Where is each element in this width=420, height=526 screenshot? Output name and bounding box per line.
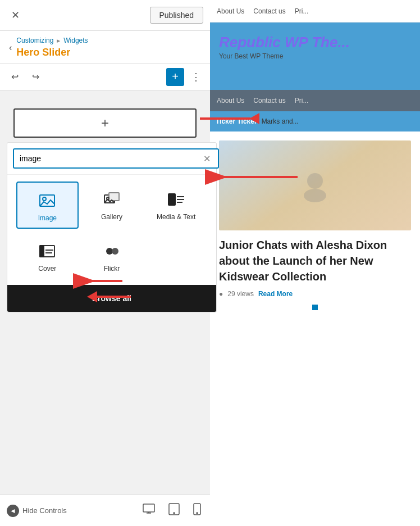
- close-button[interactable]: ✕: [7, 7, 24, 24]
- nav2-link-about: About Us: [217, 97, 244, 105]
- top-bar: ✕ Published: [0, 0, 210, 31]
- breadcrumb-arrow: ►: [56, 38, 61, 44]
- add-block-plus-icon: +: [101, 115, 109, 131]
- svg-point-21: [197, 513, 198, 514]
- ticker-bar: Ticker Ticker Marks and...: [210, 111, 420, 132]
- nav-link-more: Pri...: [295, 7, 309, 15]
- add-block-area[interactable]: +: [13, 108, 197, 138]
- cover-block-label: Cover: [38, 265, 56, 273]
- add-block-toolbar-button[interactable]: +: [166, 68, 184, 86]
- hero-subtitle: Your Best WP Theme: [219, 52, 411, 60]
- hide-controls-label: Hide Controls: [22, 506, 67, 515]
- device-tablet-button[interactable]: [166, 501, 182, 520]
- redo-button[interactable]: ↪: [28, 69, 44, 84]
- breadcrumb-widgets[interactable]: Widgets: [63, 37, 88, 44]
- article-image: [219, 140, 411, 230]
- toolbar: ↩ ↪ + ⋮: [0, 64, 210, 90]
- flickr-block-label: Flickr: [104, 265, 120, 273]
- preview-hero: Republic WP The... Your Best WP Theme: [210, 22, 420, 90]
- breadcrumb: Customizing ► Widgets: [16, 37, 88, 44]
- gallery-block-icon: [102, 189, 122, 210]
- back-button[interactable]: ‹: [9, 43, 12, 53]
- right-preview-panel: About Us Contact us Pri... Republic WP T…: [210, 0, 420, 526]
- svg-rect-15: [143, 504, 154, 512]
- svg-rect-3: [109, 193, 119, 201]
- device-mobile-button[interactable]: [191, 501, 203, 520]
- article-title: Junior Chats with Alesha Dixon about the…: [219, 237, 411, 284]
- svg-point-19: [174, 513, 175, 514]
- preview-nav-dark: About Us Contact us Pri...: [210, 90, 420, 111]
- image-block-label: Image: [38, 214, 57, 222]
- gallery-block-label: Gallery: [101, 213, 122, 221]
- block-item-image[interactable]: Image: [16, 182, 79, 229]
- search-popup: ✕ Image: [7, 142, 217, 312]
- read-more-link[interactable]: Read More: [258, 290, 293, 298]
- preview-content: About Us Contact us Pri... Republic WP T…: [210, 0, 420, 526]
- search-input[interactable]: [13, 148, 219, 169]
- svg-point-14: [112, 248, 118, 255]
- ticker-text: Marks and...: [262, 117, 299, 125]
- undo-button[interactable]: ↩: [7, 69, 23, 84]
- svg-point-22: [307, 173, 323, 189]
- media-text-block-label: Media & Text: [157, 213, 195, 221]
- bottom-bar: ◄ Hide Controls: [0, 495, 210, 526]
- hide-controls-icon: ◄: [7, 505, 19, 517]
- device-desktop-button[interactable]: [140, 501, 157, 520]
- article-meta: ● 29 views Read More: [219, 290, 411, 298]
- block-item-gallery[interactable]: Gallery: [81, 182, 143, 229]
- nav2-link-contact: Contact us: [253, 97, 285, 105]
- widget-title: Hero Slider: [16, 47, 88, 58]
- search-clear-button[interactable]: ✕: [203, 153, 211, 164]
- preview-nav-top: About Us Contact us Pri...: [210, 0, 420, 22]
- more-options-button[interactable]: ⋮: [189, 69, 203, 85]
- breadcrumb-area: ‹ Customizing ► Widgets Hero Slider: [0, 31, 210, 64]
- nav-link-contact: Contact us: [253, 7, 285, 15]
- block-item-media-text[interactable]: Media & Text: [145, 182, 207, 229]
- hero-title: Republic WP The...: [219, 34, 411, 51]
- preview-body: Junior Chats with Alesha Dixon about the…: [210, 132, 420, 526]
- nav-link-about: About Us: [217, 7, 244, 15]
- block-grid: Image Gallery: [7, 175, 216, 285]
- browse-all-button[interactable]: Browse all: [7, 285, 216, 312]
- breadcrumb-customizing[interactable]: Customizing: [16, 37, 53, 44]
- flickr-block-icon: [102, 241, 122, 261]
- published-button[interactable]: Published: [150, 7, 204, 24]
- article-views: 29 views: [227, 290, 254, 298]
- cover-block-icon: [37, 241, 57, 261]
- block-item-flickr[interactable]: Flickr: [81, 233, 143, 278]
- svg-point-1: [43, 197, 46, 201]
- svg-rect-5: [168, 194, 175, 205]
- media-text-block-icon: [166, 189, 186, 210]
- search-input-wrap: ✕: [7, 143, 216, 175]
- preview-article: Junior Chats with Alesha Dixon about the…: [219, 140, 411, 517]
- image-block-icon: [37, 191, 57, 211]
- block-item-cover[interactable]: Cover: [16, 233, 79, 278]
- left-panel: ✕ Published ‹ Customizing ► Widgets Hero…: [0, 0, 210, 526]
- nav2-link-more: Pri...: [295, 97, 309, 105]
- svg-rect-10: [40, 246, 44, 257]
- ticker-label: Ticker Ticker: [216, 117, 257, 125]
- hide-controls[interactable]: ◄ Hide Controls: [7, 505, 67, 517]
- svg-point-23: [304, 189, 326, 202]
